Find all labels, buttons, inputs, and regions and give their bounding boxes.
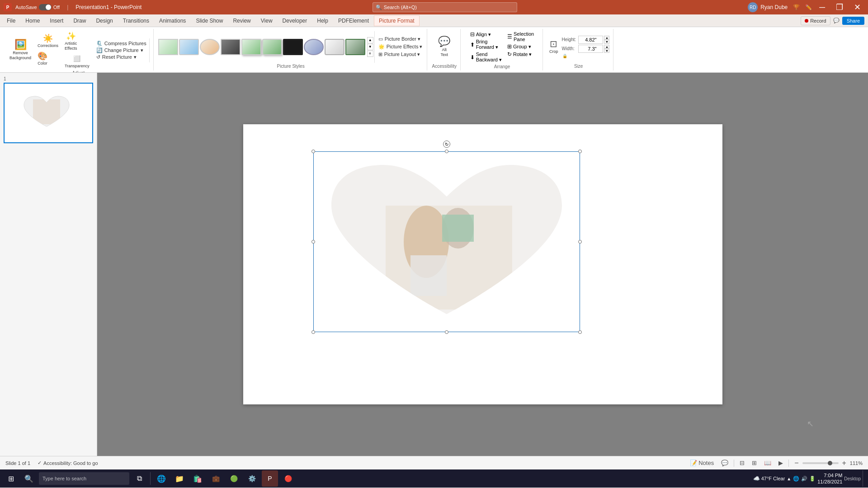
tab-draw[interactable]: Draw xyxy=(68,15,91,26)
artistic-effects-button[interactable]: ✨ ArtisticEffects xyxy=(62,31,92,52)
tab-review[interactable]: Review xyxy=(228,15,255,26)
tab-developer[interactable]: Developer xyxy=(278,15,312,26)
presenter-view-button[interactable]: ▶ xyxy=(777,459,785,467)
record-button[interactable]: Record xyxy=(801,16,830,25)
tab-pdfelement[interactable]: PDFElement xyxy=(333,15,374,26)
handle-middle-right[interactable] xyxy=(578,240,582,244)
style-thumb-2[interactable] xyxy=(179,39,199,55)
handle-top-middle[interactable] xyxy=(445,150,448,153)
color-button[interactable]: 🎨 Color xyxy=(35,51,61,67)
tab-transitions[interactable]: Transitions xyxy=(118,15,154,26)
start-button[interactable]: ⊞ xyxy=(3,470,19,487)
selection-pane-button[interactable]: ☰ SelectionPane xyxy=(506,31,535,42)
style-thumb-10[interactable] xyxy=(345,39,365,55)
handle-bottom-left[interactable] xyxy=(311,330,315,334)
group-button[interactable]: ⊞ Group ▾ xyxy=(506,43,535,50)
comments-button[interactable]: 💬 xyxy=(719,459,730,467)
style-thumb-5[interactable] xyxy=(241,39,261,55)
battery-icon[interactable]: 🔋 xyxy=(809,476,816,482)
slide-sorter-button[interactable]: ⊞ xyxy=(750,459,759,467)
picture-border-button[interactable]: ▭ Picture Border ▾ xyxy=(377,36,424,42)
style-thumb-1[interactable] xyxy=(158,39,178,55)
tab-picture-format[interactable]: Picture Format xyxy=(374,15,420,26)
explorer-button[interactable]: 📁 xyxy=(171,470,188,487)
width-input[interactable] xyxy=(578,45,603,53)
notes-button[interactable]: 📝 Notes xyxy=(688,459,716,467)
send-backward-button[interactable]: ⬇ SendBackward ▾ xyxy=(469,51,503,63)
task-view-button[interactable]: ⧉ xyxy=(131,470,147,487)
picture-layout-button[interactable]: ⊞ Picture Layout ▾ xyxy=(377,51,424,58)
rotate-button[interactable]: ↻ Rotate ▾ xyxy=(506,51,535,58)
style-thumb-3[interactable] xyxy=(200,39,220,55)
tab-file[interactable]: File xyxy=(2,15,20,26)
style-thumb-6[interactable] xyxy=(262,39,282,55)
tray-up-arrow[interactable]: ▲ xyxy=(787,476,791,481)
app8-button[interactable]: 🔴 xyxy=(280,470,296,487)
remove-background-button[interactable]: 🖼️ RemoveBackground xyxy=(7,38,33,62)
search-button[interactable]: 🔍 xyxy=(21,470,37,487)
normal-view-button[interactable]: ⊟ xyxy=(738,459,746,467)
height-down[interactable]: ▼ xyxy=(604,40,609,44)
compress-pictures-button[interactable]: 🗜️ Compress Pictures xyxy=(95,40,147,47)
edge-button[interactable]: 🌐 xyxy=(153,470,170,487)
app6-button[interactable]: 🟢 xyxy=(226,470,242,487)
minimize-button[interactable]: ─ xyxy=(816,1,829,13)
handle-bottom-middle[interactable] xyxy=(445,330,448,334)
chrome-button[interactable]: ⚙️ xyxy=(244,470,260,487)
tab-slideshow[interactable]: Slide Show xyxy=(191,15,228,26)
gallery-scroll-down[interactable]: ▼ xyxy=(367,44,373,50)
powerpoint-button[interactable]: P xyxy=(262,470,278,487)
autosave-toggle[interactable] xyxy=(39,4,52,10)
tab-home[interactable]: Home xyxy=(20,15,45,26)
handle-middle-left[interactable] xyxy=(311,240,315,244)
taskbar-search-box[interactable]: Type here to search xyxy=(39,472,129,485)
corrections-button[interactable]: ☀️ Corrections xyxy=(35,33,61,50)
tab-insert[interactable]: Insert xyxy=(45,15,68,26)
style-thumb-8[interactable] xyxy=(304,39,324,55)
height-up[interactable]: ▲ xyxy=(604,36,609,40)
transparency-button[interactable]: ◻️ Transparency xyxy=(62,53,92,70)
crop-button[interactable]: ⊡ Crop xyxy=(547,38,560,55)
zoom-slider[interactable] xyxy=(802,462,839,464)
store-button[interactable]: 🛍️ xyxy=(189,470,206,487)
canvas-area[interactable]: ↻ xyxy=(97,73,868,456)
selected-image[interactable]: ↻ xyxy=(313,151,580,332)
width-up[interactable]: ▲ xyxy=(604,45,609,49)
weather-icon[interactable]: ☁️ xyxy=(753,475,760,482)
bring-forward-button[interactable]: ⬆ BringForward ▾ xyxy=(469,38,503,51)
clock[interactable]: 7:04 PM 11/28/2021 xyxy=(817,472,842,485)
alt-text-button[interactable]: 💬 AltText xyxy=(434,35,454,59)
change-picture-button[interactable]: 🔄 Change Picture ▾ xyxy=(95,47,147,54)
reset-picture-button[interactable]: ↺ Reset Picture ▾ xyxy=(95,54,147,61)
close-button[interactable]: ✕ xyxy=(850,1,864,13)
tab-help[interactable]: Help xyxy=(312,15,333,26)
zoom-out-button[interactable]: − xyxy=(793,458,800,468)
search-bar[interactable]: 🔍 Search (Alt+Q) xyxy=(373,2,517,12)
gallery-scroll-more[interactable]: ≡ xyxy=(367,51,373,57)
comments-icon[interactable]: 💬 xyxy=(833,18,840,23)
style-thumb-4[interactable] xyxy=(221,39,241,55)
picture-effects-button[interactable]: 🌟 Picture Effects ▾ xyxy=(377,43,424,50)
desktop-label[interactable]: Desktop xyxy=(844,476,861,481)
tab-design[interactable]: Design xyxy=(91,15,118,26)
network-icon[interactable]: 🌐 xyxy=(793,476,799,482)
speaker-icon[interactable]: 🔊 xyxy=(801,476,807,482)
align-button[interactable]: ⊟ Align ▾ xyxy=(469,31,503,38)
app5-button[interactable]: 💼 xyxy=(208,470,224,487)
tab-animations[interactable]: Animations xyxy=(154,15,191,26)
handle-bottom-right[interactable] xyxy=(578,330,582,334)
handle-top-right[interactable] xyxy=(578,150,582,153)
reading-view-button[interactable]: 📖 xyxy=(762,459,773,467)
handle-top-left[interactable] xyxy=(311,150,315,153)
gallery-scroll-up[interactable]: ▲ xyxy=(367,37,373,43)
zoom-in-button[interactable]: + xyxy=(840,458,848,468)
share-button[interactable]: Share xyxy=(842,17,864,25)
slide-thumbnail[interactable] xyxy=(4,83,93,143)
style-thumb-9[interactable] xyxy=(325,39,344,55)
style-thumb-7[interactable] xyxy=(283,39,303,55)
show-desktop-button[interactable] xyxy=(863,470,865,487)
height-input[interactable] xyxy=(578,36,603,44)
restore-button[interactable]: ❐ xyxy=(832,1,847,13)
rotate-handle[interactable]: ↻ xyxy=(443,141,450,148)
width-down[interactable]: ▼ xyxy=(604,49,609,53)
